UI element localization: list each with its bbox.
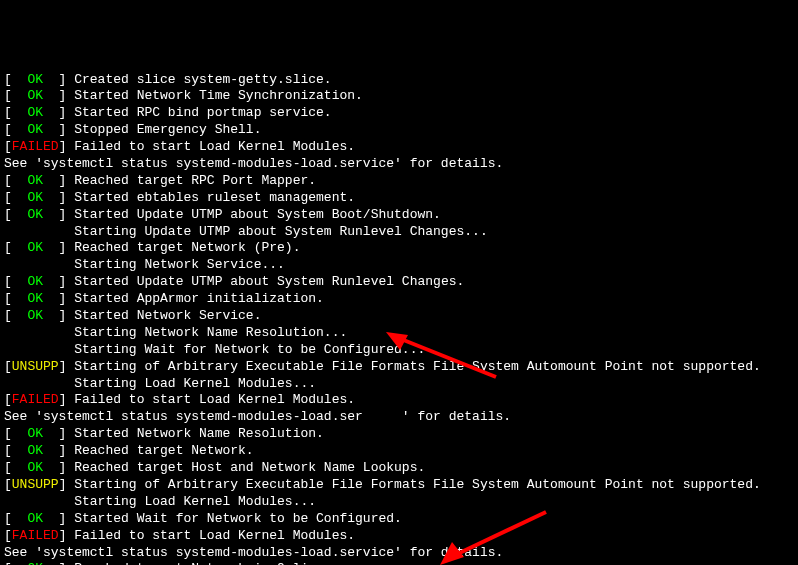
boot-log-line: Starting Update UTMP about System Runlev…: [4, 224, 794, 241]
boot-log-line: [UNSUPP] Starting of Arbitrary Executabl…: [4, 477, 794, 494]
boot-log-line: See 'systemctl status systemd-modules-lo…: [4, 409, 794, 426]
svg-line-1: [396, 337, 496, 377]
boot-log-line: [FAILED] Failed to start Load Kernel Mod…: [4, 528, 794, 545]
annotation-arrow-1: [370, 315, 506, 388]
boot-log-line: [ OK ] Reached target Network is Online.: [4, 561, 794, 565]
boot-log-line: Starting Network Service...: [4, 257, 794, 274]
boot-log-line: [ OK ] Started Network Name Resolution.: [4, 426, 794, 443]
svg-line-3: [451, 512, 546, 557]
boot-log-line: [ OK ] Reached target Host and Network N…: [4, 460, 794, 477]
boot-log-line: See 'systemctl status systemd-modules-lo…: [4, 156, 794, 173]
boot-log-line: See 'systemctl status systemd-modules-lo…: [4, 545, 794, 562]
boot-log-line: [ OK ] Started Update UTMP about System …: [4, 274, 794, 291]
svg-marker-2: [386, 332, 408, 350]
boot-log-line: [ OK ] Created slice system-getty.slice.: [4, 72, 794, 89]
boot-log-line: [ OK ] Started Network Time Synchronizat…: [4, 88, 794, 105]
boot-log-line: [ OK ] Started ebtables ruleset manageme…: [4, 190, 794, 207]
boot-log-line: [ OK ] Started Update UTMP about System …: [4, 207, 794, 224]
boot-log-line: [ OK ] Started AppArmor initialization.: [4, 291, 794, 308]
boot-log-line: [ OK ] Started RPC bind portmap service.: [4, 105, 794, 122]
svg-marker-4: [440, 542, 464, 565]
boot-log-line: [FAILED] Failed to start Load Kernel Mod…: [4, 392, 794, 409]
boot-log-line: [ OK ] Reached target RPC Port Mapper.: [4, 173, 794, 190]
boot-log-line: [ OK ] Stopped Emergency Shell.: [4, 122, 794, 139]
annotation-arrow-2: [420, 490, 556, 565]
boot-log-line: Starting Load Kernel Modules...: [4, 494, 794, 511]
boot-log-line: [FAILED] Failed to start Load Kernel Mod…: [4, 139, 794, 156]
boot-log-line: [ OK ] Reached target Network (Pre).: [4, 240, 794, 257]
boot-log-line: [ OK ] Started Wait for Network to be Co…: [4, 511, 794, 528]
boot-log-line: [ OK ] Reached target Network.: [4, 443, 794, 460]
